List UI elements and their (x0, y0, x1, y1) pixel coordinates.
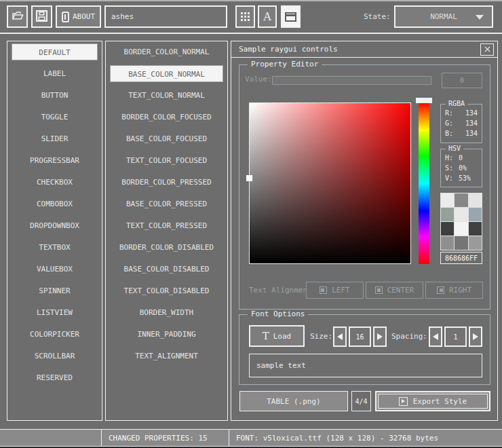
close-button[interactable] (480, 43, 494, 56)
v-value: 53% (459, 173, 471, 183)
window-top-edge (0, 0, 502, 1)
align-right-icon (437, 286, 444, 294)
property-item-base-color-focused[interactable]: BASE_COLOR_FOCUSED (110, 130, 223, 147)
h-label: H: (445, 153, 453, 163)
control-item-textbox[interactable]: TEXTBOX (12, 239, 98, 256)
size-decrement-button[interactable] (333, 326, 347, 347)
hue-bar[interactable] (419, 102, 429, 264)
export-format-dropdown[interactable]: TABLE (.png) (239, 391, 348, 411)
hsv-v-row: V: 53% (441, 173, 482, 183)
property-item-border-width[interactable]: BORDER_WIDTH (110, 304, 223, 321)
palette-swatch[interactable] (469, 193, 482, 207)
property-item-text-alignment[interactable]: TEXT_ALIGNMENT (110, 348, 223, 365)
spacing-value-box[interactable]: 1 (444, 326, 467, 347)
chevron-down-icon (476, 15, 484, 20)
hsv-s-row: S: 0% (441, 163, 482, 173)
control-item-button[interactable]: BUTTON (12, 87, 98, 104)
align-center-button: CENTER (366, 282, 423, 299)
property-item-text-color-normal[interactable]: TEXT_COLOR_NORMAL (110, 87, 223, 104)
rguistyler-app: ABOUT A State: NORMAL DEFAULT LABEL BUTT… (0, 0, 502, 448)
control-item-reserved[interactable]: RESERVED (12, 369, 98, 386)
toolbar-divider (0, 33, 502, 34)
hex-color-input[interactable]: 868686FF (440, 252, 482, 264)
palette-swatch[interactable] (441, 193, 454, 207)
load-font-button[interactable]: T Load (249, 325, 305, 347)
font-toggle-button[interactable]: A (258, 5, 277, 28)
r-value: 134 (465, 108, 478, 118)
property-item-base-color-pressed[interactable]: BASE_COLOR_PRESSED (110, 195, 223, 212)
palette-swatch[interactable] (455, 193, 467, 207)
property-item-inner-padding[interactable]: INNER_PADDING (110, 326, 223, 343)
open-style-button[interactable] (7, 5, 28, 28)
control-item-slider[interactable]: SLIDER (12, 130, 98, 147)
sample-text-input[interactable]: sample text (249, 354, 482, 377)
controls-list: DEFAULT LABEL BUTTON TOGGLE SLIDER PROGR… (7, 41, 102, 421)
palette-swatch[interactable] (441, 236, 454, 250)
control-item-scrollbar[interactable]: SCROLLBAR (12, 348, 98, 365)
control-item-toggle[interactable]: TOGGLE (12, 109, 98, 126)
control-item-valuebox[interactable]: VALUEBOX (12, 261, 98, 278)
grid-icon (241, 12, 250, 21)
palette-swatch[interactable] (455, 208, 467, 221)
s-value: 0% (459, 163, 467, 173)
align-center-label: CENTER (387, 286, 414, 295)
property-item-text-color-focused[interactable]: TEXT_COLOR_FOCUSED (110, 152, 223, 169)
control-item-listview[interactable]: LISTVIEW (12, 304, 98, 321)
window-toggle-button[interactable] (281, 5, 301, 28)
b-value: 134 (465, 128, 478, 138)
hue-slider-handle[interactable] (416, 98, 432, 103)
palette-swatch[interactable] (469, 208, 482, 221)
property-item-base-color-normal[interactable]: BASE_COLOR_NORMAL (110, 65, 223, 82)
save-style-button[interactable] (31, 5, 52, 28)
spacing-increment-button[interactable] (469, 326, 482, 347)
size-label: Size: (310, 332, 332, 341)
property-item-border-color-normal[interactable]: BORDER_COLOR_NORMAL (110, 43, 223, 60)
control-item-checkbox[interactable]: CHECKBOX (12, 174, 98, 191)
v-label: V: (445, 173, 453, 183)
control-item-label[interactable]: LABEL (12, 65, 98, 82)
color-palette (440, 193, 482, 250)
property-item-text-color-disabled[interactable]: TEXT_COLOR_DISABLED (110, 282, 223, 299)
align-left-label: LEFT (332, 286, 350, 295)
palette-swatch[interactable] (455, 236, 467, 250)
window-titlebar[interactable]: Sample raygui controls (231, 41, 497, 58)
control-item-combobox[interactable]: COMBOBOX (12, 195, 98, 212)
align-left-icon (320, 286, 327, 294)
window-title: Sample raygui controls (239, 45, 338, 54)
rgba-group: RGBA R: 134 G: 134 B: 134 (440, 104, 482, 143)
palette-swatch[interactable] (469, 222, 482, 236)
control-item-progressbar[interactable]: PROGRESSBAR (12, 152, 98, 169)
window-icon (285, 12, 296, 22)
g-label: G: (445, 118, 453, 128)
property-item-text-color-pressed[interactable]: TEXT_COLOR_PRESSED (110, 217, 223, 234)
property-item-base-color-disabled[interactable]: BASE_COLOR_DISABLED (110, 261, 223, 278)
r-label: R: (445, 108, 453, 118)
palette-swatch[interactable] (455, 222, 467, 236)
align-center-icon (375, 286, 383, 294)
state-dropdown-value: NORMAL (430, 12, 457, 21)
control-item-colorpicker[interactable]: COLORPICKER (12, 326, 98, 343)
state-dropdown[interactable]: NORMAL (394, 5, 493, 28)
color-picker-panel[interactable] (249, 102, 411, 264)
size-value-box[interactable]: 16 (349, 326, 371, 347)
palette-swatch[interactable] (469, 236, 482, 250)
folder-open-icon (12, 11, 24, 22)
rgba-b-row: B: 134 (441, 128, 482, 138)
property-item-border-color-pressed[interactable]: BORDER_COLOR_PRESSED (110, 174, 223, 191)
spacing-decrement-button[interactable] (429, 326, 442, 347)
control-item-default[interactable]: DEFAULT (12, 43, 98, 60)
palette-swatch[interactable] (441, 208, 454, 221)
control-item-dropdownbox[interactable]: DROPDOWNBOX (12, 217, 98, 234)
control-item-spinner[interactable]: SPINNER (12, 282, 98, 299)
color-picker-cursor[interactable] (246, 175, 252, 181)
rgba-title: RGBA (446, 100, 467, 107)
property-item-border-color-focused[interactable]: BORDER_COLOR_FOCUSED (110, 109, 223, 126)
properties-list: BORDER_COLOR_NORMAL BASE_COLOR_NORMAL TE… (105, 41, 228, 421)
palette-swatch[interactable] (441, 222, 454, 236)
about-button[interactable]: ABOUT (56, 5, 101, 28)
property-item-border-color-disabled[interactable]: BORDER_COLOR_DISABLED (110, 239, 223, 256)
export-style-button[interactable]: Export Style (375, 391, 490, 411)
style-name-input[interactable] (104, 5, 227, 28)
size-increment-button[interactable] (373, 326, 387, 347)
grid-toggle-button[interactable] (235, 5, 255, 28)
